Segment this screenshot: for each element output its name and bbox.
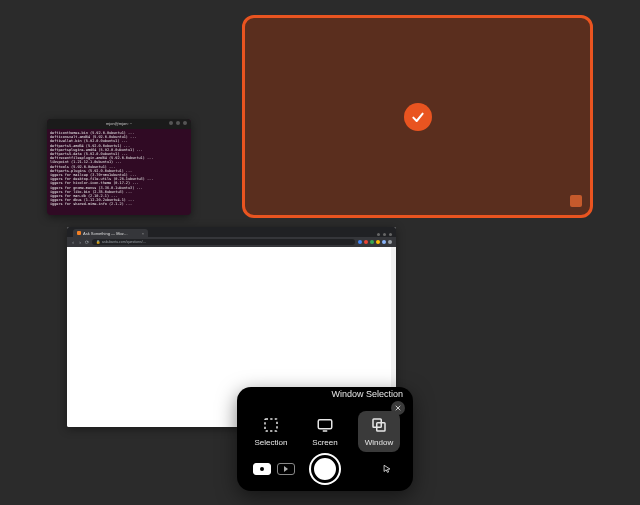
terminal-titlebar[interactable]: mjon@mjon: ~ xyxy=(47,119,191,129)
close-icon[interactable] xyxy=(389,233,392,236)
terminal-window-controls xyxy=(169,121,187,125)
address-bar[interactable]: 🔒 askubuntu.com/questions/… xyxy=(92,239,355,245)
extension-icon[interactable] xyxy=(364,240,368,244)
close-icon[interactable] xyxy=(183,121,187,125)
extension-icon[interactable] xyxy=(370,240,374,244)
back-icon[interactable]: ‹ xyxy=(71,240,75,244)
lock-icon: 🔒 xyxy=(96,240,100,244)
still-photo-icon[interactable] xyxy=(253,463,271,475)
extension-icon[interactable] xyxy=(358,240,362,244)
url-text: askubuntu.com/questions/… xyxy=(102,240,146,244)
files-app-icon xyxy=(570,195,582,207)
screenshot-modes: Selection Screen Window xyxy=(237,411,413,452)
menu-icon[interactable] xyxy=(388,240,392,244)
minimize-icon[interactable] xyxy=(169,121,173,125)
terminal-line: iggers for shared-mime-info (2.1-2) ... xyxy=(50,202,188,206)
mode-selection[interactable]: Selection xyxy=(250,411,292,452)
selected-window-highlight[interactable] xyxy=(242,15,593,218)
reload-icon[interactable]: ⟳ xyxy=(85,240,89,244)
maximize-icon[interactable] xyxy=(176,121,180,125)
mode-label: Screen xyxy=(312,438,337,447)
capture-type-toggle[interactable] xyxy=(253,463,295,475)
browser-nav: ‹ › ⟳ xyxy=(71,240,89,244)
mode-screen[interactable]: Screen xyxy=(304,411,346,452)
forward-icon[interactable]: › xyxy=(78,240,82,244)
terminal-output: defticonthemes-bin (5.92.0-0ubuntu1) ...… xyxy=(47,129,191,209)
screenshot-mode-title: Window Selection xyxy=(331,389,403,399)
browser-window-controls xyxy=(377,233,396,237)
extension-icon[interactable] xyxy=(382,240,386,244)
video-record-icon[interactable] xyxy=(277,463,295,475)
terminal-window[interactable]: mjon@mjon: ~ defticonthemes-bin (5.92.0-… xyxy=(47,119,191,215)
browser-toolbar: ‹ › ⟳ 🔒 askubuntu.com/questions/… xyxy=(67,237,396,247)
maximize-icon[interactable] xyxy=(383,233,386,236)
browser-tabstrip[interactable]: Ask Something — Moz… × xyxy=(67,227,396,237)
screenshot-bottom-bar xyxy=(237,455,413,483)
tab-favicon xyxy=(77,231,81,235)
terminal-title: mjon@mjon: ~ xyxy=(106,122,132,126)
shutter-button[interactable] xyxy=(311,455,339,483)
mode-label: Window xyxy=(365,438,393,447)
selection-check-icon xyxy=(404,103,432,131)
svg-rect-2 xyxy=(265,419,277,431)
tab-title: Ask Something — Moz… xyxy=(83,231,128,236)
include-pointer-toggle[interactable] xyxy=(381,463,393,475)
screenshot-tool: Window Selection Selection Screen Window xyxy=(237,387,413,491)
mode-window[interactable]: Window xyxy=(358,411,400,452)
minimize-icon[interactable] xyxy=(377,233,380,236)
browser-tab[interactable]: Ask Something — Moz… × xyxy=(73,229,148,237)
browser-extensions xyxy=(358,240,392,244)
mode-label: Selection xyxy=(255,438,288,447)
extension-icon[interactable] xyxy=(376,240,380,244)
svg-rect-3 xyxy=(318,420,332,429)
tab-close-icon[interactable]: × xyxy=(142,231,144,236)
